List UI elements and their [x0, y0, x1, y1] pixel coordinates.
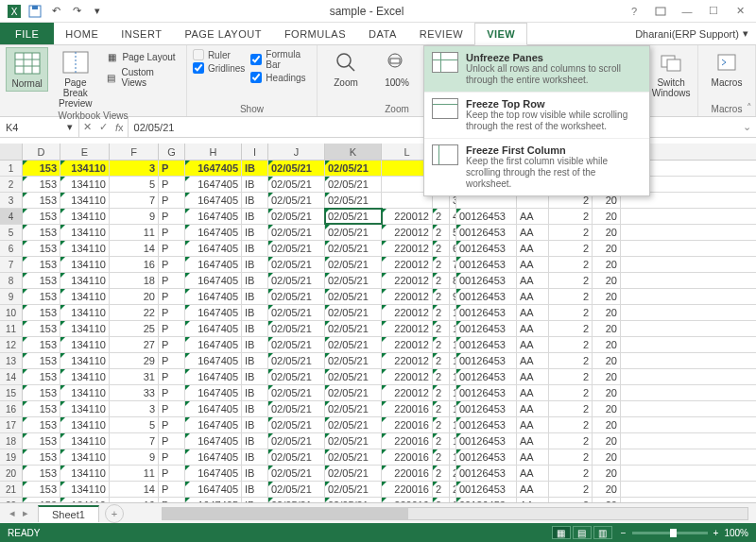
cell[interactable]: P	[159, 161, 185, 176]
cell[interactable]: 134110	[60, 225, 110, 240]
cell[interactable]: 2	[433, 433, 450, 449]
sheet-tab-sheet1[interactable]: Sheet1	[38, 505, 99, 522]
cell[interactable]: AA	[517, 449, 549, 465]
cell[interactable]: 2	[549, 417, 593, 432]
cell[interactable]: 1647405	[185, 337, 242, 352]
cell[interactable]: 21	[450, 482, 456, 497]
cell[interactable]: IB	[242, 289, 268, 304]
cell[interactable]: IB	[242, 273, 268, 288]
cell[interactable]: 02/05/21	[268, 337, 325, 352]
cell[interactable]: 20	[593, 273, 621, 288]
cell[interactable]: 14	[450, 369, 456, 384]
cell[interactable]: 13	[450, 353, 456, 368]
cell[interactable]: 14	[110, 482, 159, 497]
cell[interactable]: 134110	[60, 257, 110, 272]
cell[interactable]: 29	[110, 353, 159, 368]
cell[interactable]: 153	[23, 321, 60, 336]
cell[interactable]: 00126453	[456, 385, 517, 400]
cell[interactable]: 02/05/21	[268, 209, 325, 224]
cell[interactable]: 02/05/21	[268, 449, 325, 465]
cell[interactable]: P	[159, 209, 185, 224]
cell[interactable]: 220016	[382, 466, 433, 481]
cell[interactable]: 18	[450, 433, 456, 449]
cell[interactable]: 10	[450, 305, 456, 320]
row-header[interactable]: 12	[0, 337, 23, 352]
cell[interactable]: 02/05/21	[325, 273, 382, 288]
cell[interactable]: 20	[593, 337, 621, 352]
freeze-first-col-item[interactable]: Freeze First ColumnKeep the first column…	[424, 138, 649, 195]
cell[interactable]: 8	[450, 273, 456, 288]
cell[interactable]: 153	[23, 273, 60, 288]
cell[interactable]: 02/05/21	[268, 177, 325, 192]
cell[interactable]: P	[159, 177, 185, 192]
cell[interactable]: 27	[110, 337, 159, 352]
cell[interactable]: 00126453	[456, 305, 517, 320]
formula-bar-checkbox[interactable]: Formula Bar	[250, 49, 311, 70]
cell[interactable]: 220012	[382, 225, 433, 240]
row-header[interactable]: 15	[0, 385, 23, 400]
cell[interactable]: P	[159, 305, 185, 320]
cell[interactable]: 1647405	[185, 369, 242, 384]
cell[interactable]: 1647405	[185, 353, 242, 368]
maximize-icon[interactable]: ☐	[701, 2, 726, 21]
cell[interactable]: 1647405	[185, 482, 242, 497]
cell[interactable]: 2	[549, 466, 593, 481]
cell[interactable]: 153	[23, 209, 60, 224]
col-header-E[interactable]: E	[60, 144, 110, 160]
cell[interactable]: 134110	[60, 273, 110, 288]
cell[interactable]: 1647405	[185, 241, 242, 256]
col-header-F[interactable]: F	[110, 144, 159, 160]
cell[interactable]: 220012	[382, 273, 433, 288]
cell[interactable]: 02/05/21	[268, 193, 325, 208]
cell[interactable]: 1647405	[185, 417, 242, 432]
gridlines-checkbox[interactable]: Gridlines	[193, 62, 245, 74]
cell[interactable]: 02/05/21	[325, 225, 382, 240]
cell[interactable]: 134110	[60, 433, 110, 449]
cell[interactable]: 02/05/21	[268, 289, 325, 304]
row-header[interactable]: 21	[0, 482, 23, 497]
cell[interactable]: 00126453	[456, 417, 517, 432]
cell[interactable]: 02/05/21	[325, 241, 382, 256]
cell[interactable]: 15	[450, 385, 456, 400]
add-sheet-button[interactable]: +	[105, 504, 124, 523]
tab-review[interactable]: REVIEW	[408, 23, 474, 44]
cell[interactable]: 18	[110, 273, 159, 288]
cell[interactable]: 134110	[60, 321, 110, 336]
cell[interactable]: 2	[549, 241, 593, 256]
zoom-level[interactable]: 100%	[724, 528, 748, 538]
cell[interactable]: 134110	[60, 337, 110, 352]
cell[interactable]: 5	[110, 177, 159, 192]
cell[interactable]: 2	[433, 337, 450, 352]
row-header[interactable]: 17	[0, 417, 23, 432]
cell[interactable]: 1647405	[185, 161, 242, 176]
cell[interactable]: AA	[517, 353, 549, 368]
cell[interactable]: 2	[433, 257, 450, 272]
cell[interactable]: 2	[433, 369, 450, 384]
cell[interactable]: 1647405	[185, 449, 242, 465]
cell[interactable]: 3	[110, 161, 159, 176]
tab-file[interactable]: FILE	[0, 23, 54, 44]
cell[interactable]: 220016	[382, 482, 433, 497]
cell[interactable]: 2	[549, 337, 593, 352]
cell[interactable]: 7	[450, 257, 456, 272]
cell[interactable]: 02/05/21	[325, 482, 382, 497]
macros-button[interactable]: Macros	[704, 47, 749, 90]
cell[interactable]: 20	[593, 401, 621, 416]
cell[interactable]: 2	[433, 225, 450, 240]
cell[interactable]: P	[159, 289, 185, 304]
cell[interactable]: 220012	[382, 305, 433, 320]
cell[interactable]: 02/05/21	[325, 257, 382, 272]
cell[interactable]: IB	[242, 209, 268, 224]
cell[interactable]: 7	[110, 193, 159, 208]
cell[interactable]: 2	[549, 209, 593, 224]
row-header[interactable]: 20	[0, 466, 23, 481]
tab-data[interactable]: DATA	[357, 23, 408, 44]
cell[interactable]: 02/05/21	[325, 289, 382, 304]
cell[interactable]: 2	[433, 241, 450, 256]
zoom-slider[interactable]	[632, 532, 708, 534]
normal-view-status-icon[interactable]: ▦	[552, 526, 571, 539]
zoom-in-icon[interactable]: +	[713, 528, 719, 538]
cell[interactable]: 220012	[382, 337, 433, 352]
cell[interactable]: 02/05/21	[325, 305, 382, 320]
row-header[interactable]: 4	[0, 209, 23, 224]
